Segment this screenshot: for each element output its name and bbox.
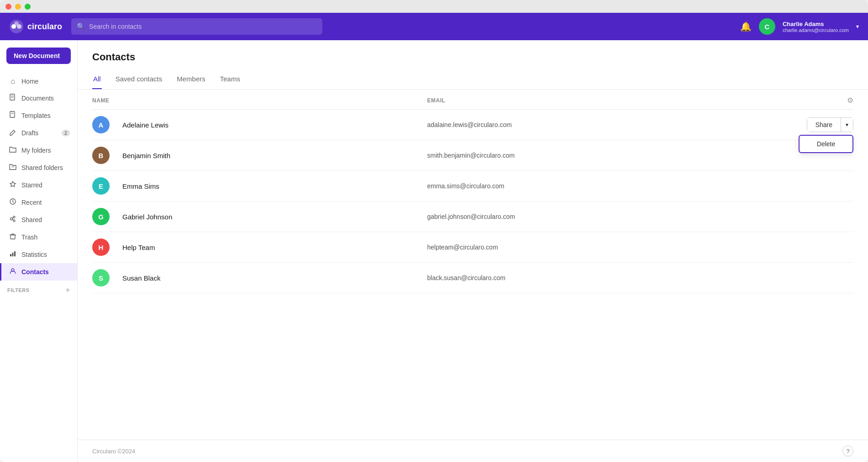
svg-rect-15 (11, 235, 15, 239)
sidebar-item-trash[interactable]: Trash (0, 228, 77, 246)
maximize-button[interactable] (25, 4, 31, 10)
contact-email-cell: black.susan@circularo.com (427, 274, 763, 281)
sidebar-item-shared[interactable]: Shared (0, 211, 77, 228)
tab-teams[interactable]: Teams (219, 71, 241, 89)
add-filter-button[interactable]: + (66, 286, 70, 294)
bell-icon: 🔔 (740, 21, 752, 32)
tabs: All Saved contacts Members Teams (92, 71, 853, 89)
contact-name-cell: A Adelaine Lewis (92, 116, 427, 133)
logo-text: circularo (27, 22, 62, 32)
contact-avatar: A (92, 116, 110, 133)
table-settings-button[interactable]: ⚙ (847, 96, 853, 105)
sidebar-item-my-folders[interactable]: My folders (0, 142, 77, 159)
contacts-icon (9, 267, 17, 276)
svg-point-10 (11, 218, 13, 220)
titlebar (0, 0, 868, 13)
col-email-header: EMAIL (427, 97, 763, 104)
trash-icon (9, 233, 17, 242)
nav-right: 🔔 C Charlie Adams charlie.adams@circular… (740, 18, 859, 35)
table-row: S Susan Black black.susan@circularo.com (92, 263, 853, 293)
table-row: E Emma Sims emma.sims@circularo.com (92, 171, 853, 202)
new-document-button[interactable]: New Document (6, 48, 71, 64)
home-icon: ⌂ (9, 77, 17, 85)
svg-point-11 (13, 216, 15, 218)
sidebar-item-templates[interactable]: Templates (0, 107, 77, 124)
delete-dropdown-menu: Delete (799, 135, 853, 153)
drafts-icon (9, 128, 17, 138)
contact-avatar: S (92, 269, 110, 287)
delete-button[interactable]: Delete (800, 136, 852, 152)
contact-name-cell: S Susan Black (92, 269, 427, 287)
footer: Circularo ©2024 ? (78, 440, 868, 462)
table-row: B Benjamin Smith smith.benjamin@circular… (92, 140, 853, 171)
contact-email-cell: gabriel.johnson@circularo.com (427, 213, 763, 220)
logo-icon (9, 19, 24, 34)
copyright-text: Circularo ©2024 (92, 448, 135, 455)
sidebar-item-contacts[interactable]: Contacts (0, 263, 77, 281)
svg-point-3 (14, 21, 19, 26)
sidebar-item-recent[interactable]: Recent (0, 194, 77, 211)
sidebar-item-starred[interactable]: Starred (0, 176, 77, 194)
contacts-table: NAME EMAIL ⚙ A Adelaine Lewis adalaine.l… (78, 90, 868, 440)
contact-email-cell: smith.benjamin@circularo.com (427, 152, 763, 159)
contact-name-cell: B Benjamin Smith (92, 147, 427, 164)
avatar: C (759, 18, 775, 35)
page-title: Contacts (92, 51, 853, 63)
notifications-button[interactable]: 🔔 (740, 21, 752, 32)
user-dropdown-arrow[interactable]: ▾ (856, 23, 859, 30)
search-bar: 🔍 (71, 18, 322, 35)
sidebar-item-shared-folders[interactable]: Shared folders (0, 159, 77, 176)
search-input[interactable] (89, 23, 317, 30)
contact-avatar: H (92, 239, 110, 256)
documents-icon (9, 94, 17, 103)
svg-line-13 (12, 218, 13, 218)
svg-line-14 (12, 219, 13, 220)
share-dropdown-button[interactable]: ▾ (841, 118, 853, 132)
sidebar-item-drafts[interactable]: Drafts 2 (0, 124, 77, 142)
shared-icon (9, 215, 17, 224)
user-name: Charlie Adams (783, 21, 849, 27)
contact-avatar: B (92, 147, 110, 164)
help-button[interactable]: ? (842, 446, 853, 457)
filters-section: FILTERS + (0, 281, 77, 296)
contact-email-cell: helpteam@circularo.com (427, 244, 763, 251)
tab-members[interactable]: Members (176, 71, 206, 89)
statistics-icon (9, 250, 17, 259)
svg-rect-19 (14, 251, 16, 256)
close-button[interactable] (5, 4, 11, 10)
contact-email-cell: emma.sims@circularo.com (427, 182, 763, 190)
contact-name-cell: H Help Team (92, 239, 427, 256)
content-area: Contacts All Saved contacts Members Team… (78, 40, 868, 462)
user-email: charlie.adams@circularo.com (783, 27, 849, 33)
search-icon: 🔍 (77, 22, 85, 31)
shared-folders-icon (9, 163, 17, 172)
sidebar: New Document ⌂ Home Documents Templates (0, 40, 78, 462)
table-row: A Adelaine Lewis adalaine.lewis@circular… (92, 110, 853, 140)
sidebar-item-home[interactable]: ⌂ Home (0, 73, 77, 90)
contact-avatar: G (92, 208, 110, 225)
recent-icon (9, 198, 17, 207)
sidebar-item-statistics[interactable]: Statistics (0, 246, 77, 263)
drafts-badge: 2 (62, 130, 70, 136)
share-button-group: Share ▾ (807, 117, 853, 132)
share-button[interactable]: Share (807, 118, 841, 132)
logo[interactable]: circularo (9, 19, 62, 34)
topnav: circularo 🔍 🔔 C Charlie Adams charlie.ad… (0, 13, 868, 40)
svg-rect-17 (10, 254, 11, 256)
tab-all[interactable]: All (92, 71, 102, 89)
tab-saved-contacts[interactable]: Saved contacts (115, 71, 163, 89)
contact-name-cell: E Emma Sims (92, 177, 427, 195)
table-row: H Help Team helpteam@circularo.com (92, 232, 853, 263)
svg-rect-7 (10, 112, 15, 117)
sidebar-item-documents[interactable]: Documents (0, 90, 77, 107)
user-info: Charlie Adams charlie.adams@circularo.co… (783, 21, 849, 33)
contact-actions: Share ▾ Delete (762, 117, 853, 132)
col-name-header: NAME (92, 97, 427, 104)
table-row: G Gabriel Johnson gabriel.johnson@circul… (92, 202, 853, 232)
minimize-button[interactable] (15, 4, 21, 10)
main-layout: New Document ⌂ Home Documents Templates (0, 40, 868, 462)
table-header: NAME EMAIL ⚙ (92, 90, 853, 110)
contact-email-cell: adalaine.lewis@circularo.com (427, 121, 763, 128)
svg-point-12 (13, 220, 15, 222)
star-icon (9, 181, 17, 190)
